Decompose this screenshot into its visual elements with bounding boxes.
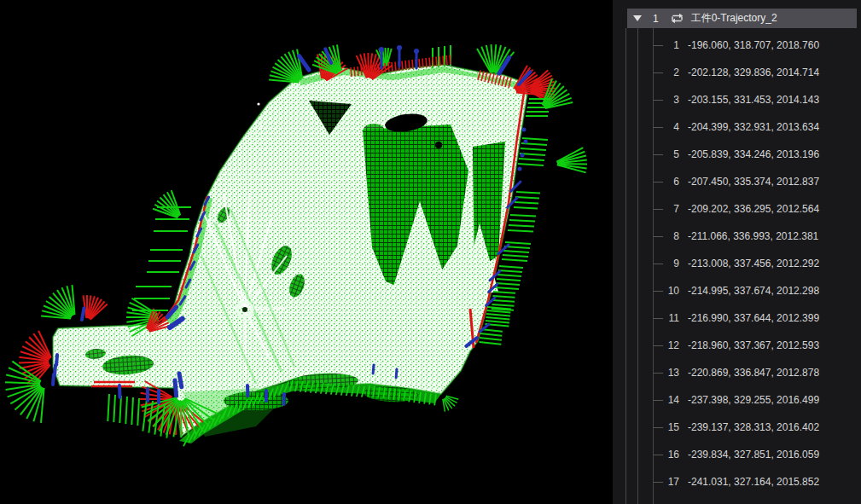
trajectory-point-row[interactable]: 10-214.995, 337.674, 2012.298: [613, 277, 861, 304]
point-index: 7: [659, 203, 679, 215]
trajectory-point-row[interactable]: 17-241.031, 327.164, 2015.852: [613, 468, 861, 495]
trajectory-point-row[interactable]: 9-213.008, 337.456, 2012.292: [613, 250, 861, 277]
point-index: 10: [659, 285, 679, 297]
point-index: 6: [659, 176, 679, 188]
point-coordinates: -237.398, 329.255, 2016.499: [688, 394, 819, 406]
pointcloud-render: [5, 44, 587, 446]
point-index: 14: [659, 394, 679, 406]
point-index: 3: [659, 94, 679, 106]
point-index: 16: [659, 449, 679, 461]
point-coordinates: -203.155, 331.453, 2014.143: [688, 94, 819, 106]
point-index: 1: [659, 39, 679, 51]
trajectory-point-row[interactable]: 14-237.398, 329.255, 2016.499: [613, 386, 861, 414]
point-coordinates: -218.960, 337.367, 2012.593: [688, 339, 819, 351]
point-coordinates: -211.066, 336.993, 2012.381: [688, 230, 818, 242]
trajectory-point-row[interactable]: 4-204.399, 332.931, 2013.634: [613, 113, 861, 141]
point-coordinates: -220.869, 336.847, 2012.878: [688, 367, 819, 379]
trajectory-point-row[interactable]: 1-196.060, 318.707, 2018.760: [613, 32, 861, 59]
point-index: 12: [659, 339, 679, 351]
point-coordinates: -207.450, 335.374, 2012.837: [688, 176, 819, 188]
point-index: 9: [659, 258, 679, 269]
trajectory-loop-icon: [670, 12, 684, 25]
3d-viewport[interactable]: [0, 0, 613, 504]
trajectory-point-row[interactable]: 5-205.839, 334.246, 2013.196: [613, 141, 861, 168]
point-coordinates: -216.990, 337.644, 2012.399: [688, 312, 819, 324]
trajectory-panel: 1 工件0-Trajectory_2 1-196.060, 318.707, 2…: [613, 0, 861, 504]
trajectory-point-row[interactable]: 7-209.202, 336.295, 2012.564: [613, 195, 861, 223]
trajectory-point-row[interactable]: 16-239.834, 327.851, 2016.059: [613, 441, 861, 468]
point-coordinates: -239.834, 327.851, 2016.059: [688, 449, 819, 461]
point-index: 2: [659, 67, 679, 78]
point-coordinates: -204.399, 332.931, 2013.634: [688, 121, 819, 133]
trajectory-point-row[interactable]: 15-239.137, 328.313, 2016.402: [613, 414, 861, 441]
point-coordinates: -239.137, 328.313, 2016.402: [688, 421, 819, 433]
point-index: 15: [659, 421, 679, 433]
trajectory-point-row[interactable]: 12-218.960, 337.367, 2012.593: [613, 332, 861, 359]
point-coordinates: -209.202, 336.295, 2012.564: [688, 203, 819, 215]
point-coordinates: -205.839, 334.246, 2013.196: [688, 148, 819, 160]
point-coordinates: -214.995, 337.674, 2012.298: [688, 285, 819, 297]
point-index: 17: [659, 476, 679, 488]
viewport-svg: [0, 0, 613, 504]
collapse-expander-icon[interactable]: [633, 15, 642, 21]
group-index: 1: [653, 13, 659, 25]
point-coordinates: -241.031, 327.164, 2015.852: [688, 476, 819, 488]
point-index: 4: [659, 121, 679, 133]
trajectory-point-row[interactable]: 3-203.155, 331.453, 2014.143: [613, 86, 861, 113]
trajectory-point-list: 1-196.060, 318.707, 2018.7602-202.128, 3…: [613, 32, 861, 495]
trajectory-point-row[interactable]: 2-202.128, 329.836, 2014.714: [613, 59, 861, 86]
point-index: 8: [659, 230, 679, 242]
point-coordinates: -196.060, 318.707, 2018.760: [688, 39, 819, 51]
trajectory-point-row[interactable]: 13-220.869, 336.847, 2012.878: [613, 359, 861, 386]
point-coordinates: -213.008, 337.456, 2012.292: [688, 258, 819, 269]
trajectory-point-row[interactable]: 6-207.450, 335.374, 2012.837: [613, 168, 861, 195]
point-coordinates: -202.128, 329.836, 2014.714: [688, 67, 819, 78]
trajectory-group-header[interactable]: 1 工件0-Trajectory_2: [627, 9, 857, 28]
point-index: 11: [659, 312, 679, 324]
point-index: 13: [659, 367, 679, 379]
trajectory-point-row[interactable]: 11-216.990, 337.644, 2012.399: [613, 304, 861, 332]
trajectory-point-row[interactable]: 8-211.066, 336.993, 2012.381: [613, 223, 861, 250]
trajectory-name: 工件0-Trajectory_2: [691, 11, 777, 26]
point-index: 5: [659, 148, 679, 160]
